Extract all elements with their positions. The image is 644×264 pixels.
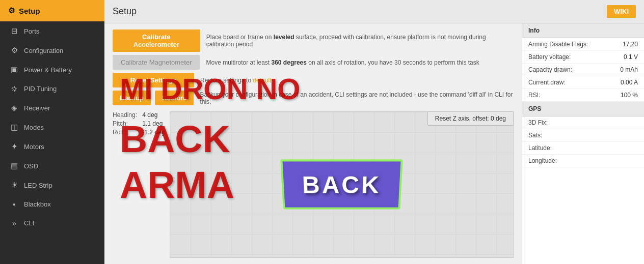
modes-icon: ◫ [10,123,19,132]
backup-restore-row: Backup Restore Backup your configuration… [113,91,514,105]
sidebar-header[interactable]: ⚙ Setup [0,0,104,21]
sidebar-item-label: Blackbox [24,200,51,208]
sidebar-item-osd[interactable]: ▤ OSD [0,156,104,175]
gps-lat-label: Latitude: [528,144,552,152]
receiver-icon: ◈ [10,103,19,112]
sidebar-item-motors[interactable]: ✦ Motors [0,137,104,156]
sidebar-item-label: Configuration [24,47,63,54]
sidebar-item-pid-tuning[interactable]: ⛭ PID Tuning [0,79,104,98]
backup-instruction: Backup your configuration in case of an … [200,91,514,105]
pitch-label: Pitch: [113,120,141,127]
gps-3dfix-label: 3D Fix: [528,119,548,126]
sidebar-item-label: Receiver [24,104,50,112]
info-section-title: Info [522,23,644,38]
content-area: Calibrate Accelerometer Place board or f… [104,23,644,264]
rsi-row: RSI: 100 % [522,89,644,102]
gps-lon-label: Longitude: [528,157,557,164]
sidebar: ⚙ Setup ⊟ Ports ⚙ Configuration ▣ Power … [0,0,104,264]
drone-back-label: BACK [302,171,382,197]
gps-section-title: GPS [522,102,644,116]
calibrate-mag-instruction: Move multirotor at least 360 degrees on … [206,59,479,66]
gps-sats-row: Sats: [522,129,644,142]
sidebar-item-led-strip[interactable]: ☀ LED Strip [0,175,104,195]
calibrate-accelerometer-button[interactable]: Calibrate Accelerometer [113,30,200,52]
arming-disable-row: Arming Disable Flags: 17,20 [522,38,644,51]
pid-tuning-icon: ⛭ [10,84,19,93]
left-panel: Calibrate Accelerometer Place board or f… [104,23,522,264]
wiki-button[interactable]: WIKI [607,5,636,18]
capacity-drawn-value: 0 mAh [620,66,638,73]
sidebar-item-label: Power & Battery [24,66,72,74]
sidebar-header-label: Setup [19,7,40,15]
rsi-value: 100 % [621,92,638,99]
battery-voltage-label: Battery voltage: [528,53,571,61]
led-strip-icon: ☀ [10,181,19,190]
heading-label: Heading: [113,111,141,119]
gps-3dfix-row: 3D Fix: [522,116,644,129]
drone-display: BACK [170,111,514,258]
restore-button[interactable]: Restore [155,91,194,105]
configuration-icon: ⚙ [10,46,19,55]
sidebar-item-configuration[interactable]: ⚙ Configuration [0,41,104,60]
sidebar-item-label: Motors [24,143,44,151]
setup-icon: ⚙ [8,6,15,15]
attitude-data: Heading: 4 deg Pitch: 1.1 deg Roll: -1.2… [113,111,165,258]
capacity-drawn-label: Capacity drawn: [528,66,572,73]
roll-row: Roll: -1.2 deg [113,129,165,136]
sidebar-item-blackbox[interactable]: ▪ Blackbox [0,195,104,214]
pitch-row: Pitch: 1.1 deg [113,120,165,127]
heading-row: Heading: 4 deg [113,111,165,119]
reset-settings-row: Reset Settings Restore settings to defau… [113,73,514,87]
battery-voltage-row: Battery voltage: 0.1 V [522,51,644,64]
calibrate-mag-row: Calibrate Magnetometer Move multirotor a… [113,55,514,70]
current-draw-row: Current draw: 0.00 A [522,76,644,89]
sidebar-item-label: PID Tuning [24,85,57,93]
cli-icon: » [10,219,19,227]
motors-icon: ✦ [10,142,19,151]
sidebar-item-ports[interactable]: ⊟ Ports [0,21,104,41]
sidebar-item-label: CLI [24,219,34,227]
sidebar-item-label: LED Strip [24,182,52,189]
rsi-label: RSI: [528,92,540,99]
sidebar-item-power-battery[interactable]: ▣ Power & Battery [0,60,104,79]
right-panel: Info Arming Disable Flags: 17,20 Battery… [522,23,644,264]
blackbox-icon: ▪ [10,200,19,209]
current-draw-label: Current draw: [528,79,566,86]
main-content: Setup WIKI Calibrate Accelerometer Place… [104,0,644,264]
calibrate-accel-row: Calibrate Accelerometer Place board or f… [113,30,514,52]
capacity-drawn-row: Capacity drawn: 0 mAh [522,64,644,76]
roll-label: Roll: [113,129,141,136]
current-draw-value: 0.00 A [621,79,638,86]
arming-disable-value: 17,20 [623,41,638,48]
osd-icon: ▤ [10,161,19,170]
gps-sats-label: Sats: [528,132,542,139]
heading-value: 4 deg [142,111,157,119]
reset-z-button[interactable]: Reset Z axis, offset: 0 deg [427,111,514,126]
gps-lat-row: Latitude: [522,142,644,155]
sidebar-item-label: OSD [24,162,38,170]
gps-lon-row: Longitude: [522,155,644,167]
reset-settings-instruction: Restore settings to default [200,77,271,84]
reset-settings-button[interactable]: Reset Settings [113,73,194,87]
roll-value: -1.2 deg [142,129,165,136]
ports-icon: ⊟ [10,26,19,36]
pitch-value: 1.1 deg [142,120,163,127]
page-title: Setup [113,6,137,17]
sidebar-item-cli[interactable]: » CLI [0,214,104,232]
backup-button[interactable]: Backup [113,91,151,105]
sidebar-item-label: Modes [24,124,44,131]
reset-z-section: Reset Z axis, offset: 0 deg [427,111,514,126]
sidebar-item-label: Ports [24,27,39,35]
main-header: Setup WIKI [104,0,644,23]
sidebar-item-receiver[interactable]: ◈ Receiver [0,98,104,118]
calibrate-magnetometer-button[interactable]: Calibrate Magnetometer [113,55,200,70]
arming-disable-label: Arming Disable Flags: [528,41,588,48]
power-battery-icon: ▣ [10,65,19,74]
calibrate-accel-instruction: Place board or frame on leveled surface,… [206,34,514,48]
sidebar-item-modes[interactable]: ◫ Modes [0,118,104,137]
battery-voltage-value: 0.1 V [624,53,638,61]
